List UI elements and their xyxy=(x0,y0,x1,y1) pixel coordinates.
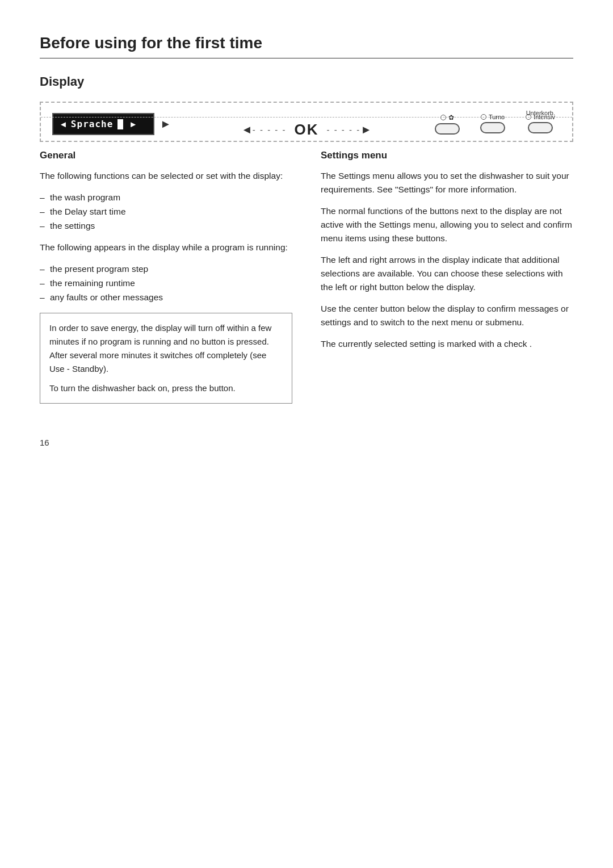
general-column: General The following functions can be s… xyxy=(40,150,292,404)
function-item-1: the wash program xyxy=(40,191,292,205)
ok-right-dashes: - - - - - xyxy=(327,125,361,135)
running-intro: The following appears in the display whi… xyxy=(40,241,292,254)
settings-heading: Settings menu xyxy=(321,150,573,161)
running-item-3: any faults or other messages xyxy=(40,291,292,305)
settings-para-5: The currently selected setting is marked… xyxy=(321,337,573,351)
running-item-1: the present program step xyxy=(40,262,292,276)
two-col-layout: General The following functions can be s… xyxy=(40,150,573,404)
settings-para-2: The normal functions of the buttons next… xyxy=(321,204,573,245)
info-box: In order to save energy, the display wil… xyxy=(40,313,292,404)
running-list: the present program step the remaining r… xyxy=(40,262,292,304)
settings-para-3: The left and right arrows in the display… xyxy=(321,253,573,294)
ok-text: OK xyxy=(295,121,319,139)
ok-left-arrow: ◄ xyxy=(241,123,253,136)
display-section-title: Display xyxy=(40,74,573,89)
function-item-3: the settings xyxy=(40,219,292,233)
settings-para-4: Use the center button below the display … xyxy=(321,302,573,329)
display-diagram: ◄ Sprache ► ► Unterkorb. ✿ Turno xyxy=(40,102,573,142)
general-intro: The following functions can be selected … xyxy=(40,169,292,183)
page-number: 16 xyxy=(40,438,573,447)
ok-right-arrow: ► xyxy=(360,123,372,136)
ok-left-dashes: - - - - - xyxy=(253,125,287,135)
info-box-para2: To turn the dishwasher back on, press th… xyxy=(49,381,283,395)
title-divider xyxy=(40,58,573,58)
info-box-para1: In order to save energy, the display wil… xyxy=(49,321,283,376)
settings-para-1: The Settings menu allows you to set the … xyxy=(321,169,573,196)
ok-row-container: ◄ - - - - - OK - - - - - ► xyxy=(41,115,572,141)
page-title: Before using for the first time xyxy=(40,34,573,52)
ok-row: ◄ - - - - - OK - - - - - ► xyxy=(41,117,572,141)
running-item-2: the remaining runtime xyxy=(40,276,292,291)
general-heading: General xyxy=(40,150,292,161)
functions-list: the wash program the Delay start time th… xyxy=(40,191,292,233)
settings-column: Settings menu The Settings menu allows y… xyxy=(321,150,573,404)
function-item-2: the Delay start time xyxy=(40,205,292,219)
